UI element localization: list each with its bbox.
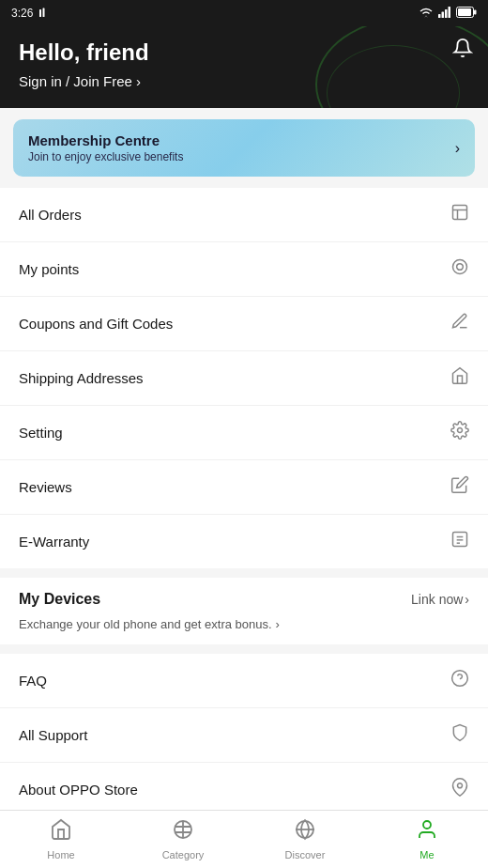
bottom-navigation: Home Category Discover Me <box>0 810 488 868</box>
link-arrow-icon: › <box>465 592 469 607</box>
membership-title: Membership Centre <box>28 132 183 148</box>
reviews-icon <box>450 475 469 499</box>
svg-point-13 <box>457 264 464 271</box>
nav-home[interactable]: Home <box>0 818 122 860</box>
svg-rect-15 <box>453 533 467 547</box>
status-indicator <box>38 6 52 22</box>
bell-icon[interactable] <box>452 38 473 63</box>
devices-title: My Devices <box>19 591 100 608</box>
svg-rect-0 <box>39 9 41 17</box>
faq-icon <box>450 669 469 692</box>
exchange-text[interactable]: Exchange your old phone and get extra bo… <box>19 617 469 631</box>
menu-item-all-orders[interactable]: All Orders <box>0 188 488 242</box>
membership-card[interactable]: Membership Centre Join to enjoy exclusiv… <box>13 119 475 177</box>
me-label: Me <box>419 849 434 860</box>
battery-icon <box>456 7 477 21</box>
svg-rect-9 <box>453 206 467 220</box>
svg-point-14 <box>458 428 463 433</box>
svg-rect-7 <box>458 8 471 16</box>
chevron-right-icon: › <box>455 140 460 157</box>
home-icon <box>50 818 72 846</box>
svg-rect-2 <box>438 14 441 18</box>
category-label: Category <box>162 849 205 860</box>
home-label: Home <box>47 849 74 860</box>
link-now-button[interactable]: Link now › <box>411 592 469 607</box>
nav-me[interactable]: Me <box>366 818 488 860</box>
svg-rect-1 <box>43 8 45 17</box>
devices-section: My Devices Link now › Exchange your old … <box>0 578 488 644</box>
nav-category[interactable]: Category <box>122 818 244 860</box>
category-icon <box>172 818 194 846</box>
shipping-icon <box>450 366 469 390</box>
discover-label: Discover <box>285 849 326 860</box>
menu-item-reviews[interactable]: Reviews <box>0 460 488 515</box>
nav-discover[interactable]: Discover <box>244 818 366 860</box>
menu-item-coupons[interactable]: Coupons and Gift Codes <box>0 297 488 351</box>
membership-subtitle: Join to enjoy exclusive benefits <box>28 150 183 163</box>
status-time: 3:26 <box>11 7 33 20</box>
menu-item-shipping[interactable]: Shipping Addresses <box>0 351 488 406</box>
warranty-icon <box>450 530 469 553</box>
support-icon <box>450 723 469 747</box>
signin-text: Sign in / Join Free <box>19 73 132 89</box>
me-icon <box>416 818 438 846</box>
header: Hello, friend Sign in / Join Free › <box>0 26 488 108</box>
menu-item-faq[interactable]: FAQ <box>0 654 488 708</box>
menu-item-ewarranty[interactable]: E-Warranty <box>0 515 488 568</box>
signin-arrow: › <box>136 73 141 89</box>
about-icon <box>450 778 469 801</box>
exchange-arrow-icon: › <box>276 617 280 631</box>
svg-rect-3 <box>442 11 445 18</box>
wifi-icon <box>419 6 434 22</box>
svg-rect-4 <box>445 9 448 18</box>
svg-rect-8 <box>474 9 477 14</box>
orders-icon <box>450 203 469 226</box>
menu-item-all-support[interactable]: All Support <box>0 708 488 763</box>
svg-point-12 <box>453 260 467 274</box>
setting-icon <box>450 421 469 444</box>
status-bar: 3:26 <box>0 0 488 26</box>
svg-rect-5 <box>449 7 451 18</box>
svg-point-28 <box>423 821 431 829</box>
signal-icon <box>437 6 452 22</box>
menu-item-setting[interactable]: Setting <box>0 406 488 460</box>
svg-point-21 <box>458 783 463 788</box>
coupons-icon <box>450 312 469 335</box>
signin-link[interactable]: Sign in / Join Free › <box>19 73 469 89</box>
points-icon <box>450 257 469 281</box>
menu-item-my-points[interactable]: My points <box>0 242 488 297</box>
svg-point-19 <box>452 671 468 687</box>
discover-icon <box>294 818 316 846</box>
greeting-text: Hello, friend <box>19 39 469 66</box>
main-menu-section: All Orders My points Coupons and Gift Co… <box>0 188 488 568</box>
